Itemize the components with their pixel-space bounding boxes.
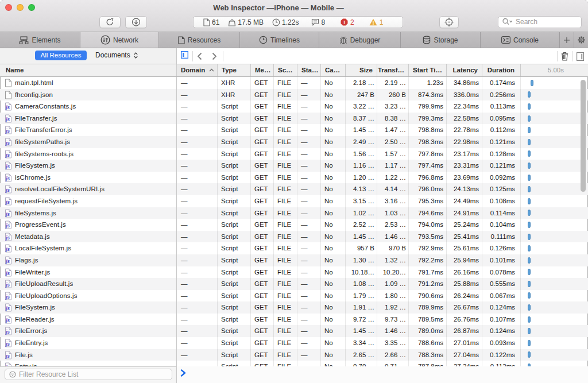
svg-text:js: js (5, 294, 10, 299)
svg-text:js: js (5, 223, 10, 229)
svg-text:js: js (5, 105, 10, 110)
svg-text:js: js (5, 306, 10, 311)
svg-text:js: js (5, 235, 10, 240)
svg-text:js: js (5, 270, 10, 276)
svg-text:js: js (5, 141, 10, 146)
svg-text:!: ! (372, 20, 374, 26)
svg-text:js: js (5, 117, 10, 122)
svg-text:js: js (5, 259, 10, 264)
svg-text:js: js (5, 318, 10, 323)
svg-text:js: js (5, 353, 10, 358)
svg-text:js: js (5, 247, 10, 252)
svg-text:js: js (5, 330, 10, 335)
svg-text:js: js (5, 129, 10, 134)
svg-text:js: js (5, 152, 10, 157)
svg-text:js: js (5, 211, 10, 216)
svg-text:!: ! (343, 19, 345, 25)
svg-text:js: js (5, 176, 10, 181)
svg-text:js: js (5, 164, 10, 169)
svg-text:js: js (5, 342, 10, 347)
svg-text:js: js (5, 283, 10, 288)
svg-text:js: js (5, 200, 10, 205)
svg-text:js: js (5, 188, 10, 193)
